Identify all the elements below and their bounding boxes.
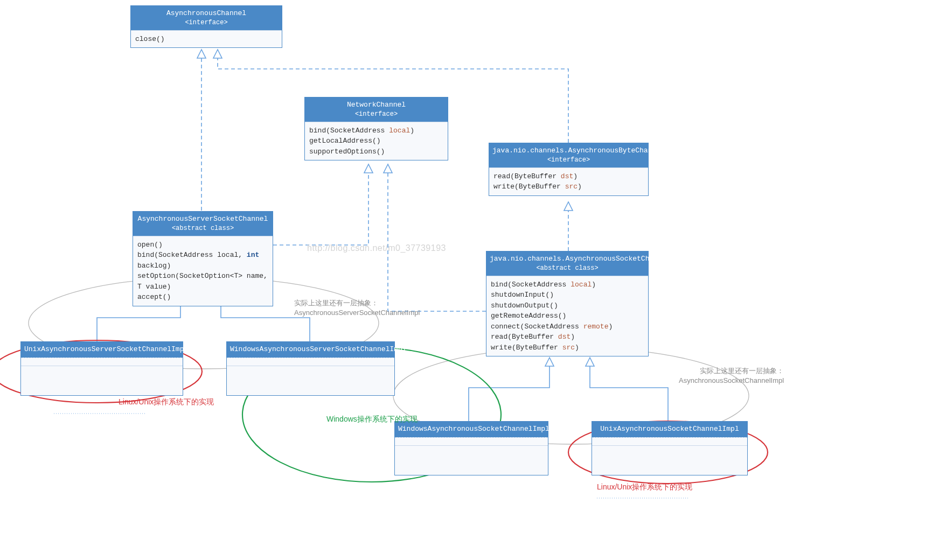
arrowhead	[586, 358, 594, 366]
note-windows: Windows操作系统下的实现	[326, 415, 418, 424]
arrowhead	[384, 164, 392, 173]
uml-header: UnixAsynchronousSocketChannelImpl	[592, 422, 747, 437]
class-stereotype: <abstract class>	[490, 264, 645, 272]
uml-sep	[21, 358, 183, 366]
uml-header: AsynchronousServerSocketChannel <abstrac…	[133, 212, 273, 236]
watermark-text: http://blog.csdn.net/m0_37739193	[307, 243, 446, 253]
uml-class-unix-server-impl: UnixAsynchronousServerSocketChannelImpl	[20, 341, 183, 396]
edge-serverchan-to-netchan	[273, 173, 368, 245]
uml-methods: bind(SocketAddress local)shutdownInput()…	[486, 276, 648, 356]
uml-header: WindowsAsynchronousServerSocketChannelIm…	[227, 342, 394, 358]
uml-header: UnixAsynchronousServerSocketChannelImpl	[21, 342, 183, 358]
note-linux-unix-server: Linux/Unix操作系统下的实现	[119, 397, 214, 407]
uml-class-windows-socket-impl: WindowsAsynchronousSocketChannelImpl	[394, 421, 548, 475]
uml-class-windows-server-impl: WindowsAsynchronousServerSocketChannelIm…	[226, 341, 395, 396]
class-stereotype: <interface>	[308, 110, 444, 118]
uml-methods: close()	[131, 30, 282, 48]
uml-header: WindowsAsynchronousSocketChannelImpl	[395, 422, 548, 437]
uml-body-empty	[227, 366, 394, 395]
uml-class-asynchronous-channel: AsynchronousChannel <interface> close()	[130, 5, 282, 48]
uml-sep	[395, 437, 548, 445]
arrowhead	[545, 358, 554, 366]
uml-body-empty	[395, 445, 548, 475]
uml-class-asynchronous-server-socket-channel: AsynchronousServerSocketChannel <abstrac…	[133, 211, 273, 306]
class-title: UnixAsynchronousSocketChannelImpl	[600, 425, 739, 433]
edge-unixsock-to-sockchan	[590, 366, 668, 421]
class-title: java.nio.channels.AsynchronousSocketChan…	[490, 255, 670, 263]
class-title: WindowsAsynchronousServerSocketChannelIm…	[230, 345, 407, 353]
arrowhead	[364, 164, 373, 173]
uml-class-asynchronous-byte-channel: java.nio.channels.AsynchronousByteChanne…	[489, 143, 649, 196]
edge-winsock-to-sockchan	[469, 366, 549, 421]
uml-body-empty	[592, 445, 747, 475]
arrowhead	[564, 202, 573, 211]
uml-header: java.nio.channels.AsynchronousSocketChan…	[486, 251, 648, 276]
uml-methods: bind(SocketAddress local)getLocalAddress…	[305, 122, 448, 160]
method: close()	[135, 35, 165, 43]
class-stereotype: <interface>	[134, 18, 279, 27]
uml-canvas: AsynchronousChannel <interface> close() …	[0, 0, 946, 560]
uml-methods: read(ByteBuffer dst)write(ByteBuffer src…	[489, 167, 648, 195]
class-title: java.nio.channels.AsynchronousByteChanne…	[492, 146, 665, 155]
uml-class-unix-socket-impl: UnixAsynchronousSocketChannelImpl	[592, 421, 748, 475]
note-linux-unix-socket: Linux/Unix操作系统下的实现	[597, 482, 692, 492]
class-title: UnixAsynchronousServerSocketChannelImpl	[24, 345, 188, 353]
uml-sep	[227, 358, 394, 366]
arrowhead	[213, 50, 222, 58]
uml-class-asynchronous-socket-channel: java.nio.channels.AsynchronousSocketChan…	[486, 251, 649, 356]
class-title: AsynchronousServerSocketChannel	[138, 215, 268, 223]
class-stereotype: <abstract class>	[136, 224, 269, 233]
uml-body-empty	[21, 366, 183, 395]
class-title: WindowsAsynchronousSocketChannelImpl	[398, 425, 549, 433]
uml-class-network-channel: NetworkChannel <interface> bind(SocketAd…	[304, 97, 448, 160]
uml-header: NetworkChannel <interface>	[305, 97, 448, 122]
uml-methods: open()bind(SocketAddress local, int back…	[133, 236, 273, 306]
uml-header: java.nio.channels.AsynchronousByteChanne…	[489, 143, 648, 167]
class-title: AsynchronousChannel	[166, 9, 246, 17]
edge-sockchan-to-netchan	[388, 173, 486, 311]
uml-sep	[592, 437, 747, 445]
arrowhead	[197, 50, 206, 58]
note-socket-impl-layer: 实际上这里还有一层抽象：AsynchronousSocketChannelImp…	[679, 366, 784, 386]
uml-header: AsynchronousChannel <interface>	[131, 6, 282, 30]
note-server-impl-layer: 实际上这里还有一层抽象：AsynchronousServerSocketChan…	[294, 298, 420, 318]
class-stereotype: <interface>	[492, 156, 645, 164]
class-title: NetworkChannel	[347, 101, 406, 109]
